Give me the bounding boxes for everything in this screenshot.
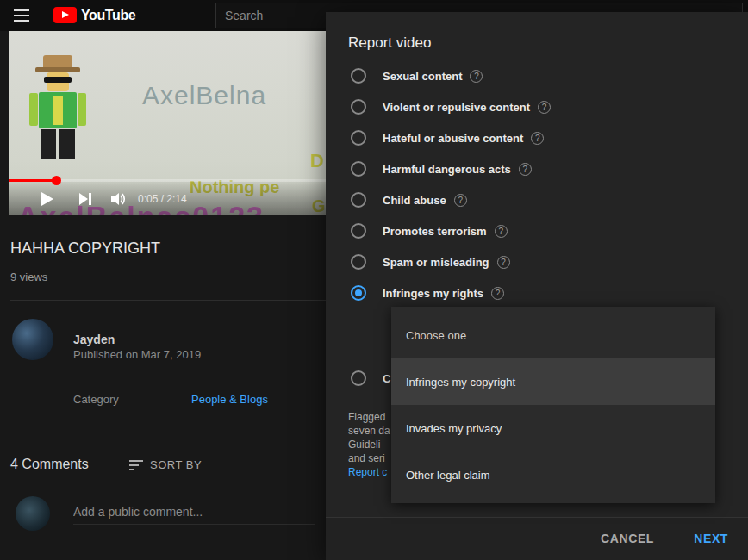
- report-option-harmful-acts[interactable]: Harmful dangerous acts: [326, 153, 748, 184]
- dropdown-item-choose-one[interactable]: Choose one: [391, 312, 715, 358]
- option-label: Hateful or abusive content: [383, 132, 523, 145]
- option-label: Promotes terrorism: [383, 225, 487, 238]
- video-overlay-text: AxelBelna: [142, 81, 266, 110]
- radio-icon[interactable]: [351, 223, 366, 239]
- option-label: Infringes my rights: [383, 287, 483, 300]
- dropdown-item-other-legal-claim[interactable]: Other legal claim: [391, 451, 715, 498]
- volume-icon[interactable]: [109, 190, 128, 208]
- youtube-play-icon: [53, 7, 77, 23]
- video-title: HAHHA COPYRIGHT: [10, 240, 160, 258]
- category-label: Category: [73, 393, 119, 406]
- radio-icon[interactable]: [351, 161, 366, 177]
- radio-icon[interactable]: [351, 130, 366, 146]
- report-option-spam[interactable]: Spam or misleading: [326, 246, 748, 277]
- report-option-child-abuse[interactable]: Child abuse: [326, 184, 748, 215]
- view-count: 9 views: [10, 271, 47, 283]
- report-option-hateful-content[interactable]: Hateful or abusive content: [326, 122, 748, 153]
- sort-icon: [129, 460, 143, 470]
- option-label: C: [383, 372, 390, 385]
- publish-date: Published on Mar 7, 2019: [73, 348, 201, 361]
- report-option-sexual-content[interactable]: Sexual content: [326, 60, 748, 91]
- radio-icon[interactable]: [351, 68, 366, 84]
- youtube-logo[interactable]: YouTube: [53, 7, 135, 23]
- report-option-infringes-rights[interactable]: Infringes my rights: [326, 277, 748, 308]
- help-icon[interactable]: [531, 132, 544, 145]
- menu-icon[interactable]: [14, 9, 29, 22]
- next-video-icon[interactable]: [76, 190, 95, 208]
- channel-avatar[interactable]: [12, 319, 53, 360]
- comments-count: 4 Comments: [10, 457, 89, 472]
- help-icon[interactable]: [470, 70, 483, 83]
- help-icon[interactable]: [454, 194, 467, 207]
- comment-input[interactable]: [73, 503, 315, 525]
- sort-by-button[interactable]: SORT BY: [129, 458, 202, 471]
- video-overlay-text: D: [310, 150, 324, 172]
- cancel-button[interactable]: CANCEL: [601, 532, 654, 545]
- report-option-promotes-terrorism[interactable]: Promotes terrorism: [326, 215, 748, 246]
- sort-by-label: SORT BY: [150, 458, 202, 471]
- radio-icon[interactable]: [351, 192, 366, 208]
- radio-icon-selected[interactable]: [351, 285, 366, 301]
- option-label: Harmful dangerous acts: [383, 163, 511, 176]
- time-display: 0:05 / 2:14: [138, 193, 187, 205]
- help-icon[interactable]: [519, 163, 532, 176]
- user-avatar: [16, 496, 50, 531]
- player-controls: 0:05 / 2:14: [9, 179, 326, 215]
- radio-icon[interactable]: [351, 370, 366, 386]
- option-label: Sexual content: [383, 70, 462, 83]
- divider: [10, 300, 326, 301]
- help-icon[interactable]: [497, 256, 510, 269]
- dialog-title: Report video: [348, 34, 431, 52]
- help-icon[interactable]: [538, 101, 551, 114]
- video-thumbnail-character: [28, 55, 93, 176]
- progress-bar[interactable]: [9, 179, 326, 182]
- progress-handle[interactable]: [52, 176, 61, 185]
- radio-icon[interactable]: [351, 99, 366, 115]
- option-label: Spam or misleading: [383, 256, 489, 269]
- help-icon[interactable]: [495, 225, 508, 238]
- dropdown-item-infringes-copyright[interactable]: Infringes my copyright: [391, 358, 715, 405]
- dropdown-item-invades-privacy[interactable]: Invades my privacy: [391, 405, 715, 451]
- youtube-logo-text: YouTube: [81, 8, 135, 23]
- dialog-footer: CANCEL NEXT: [326, 517, 748, 560]
- category-link[interactable]: People & Blogs: [191, 393, 268, 406]
- option-label: Violent or repulsive content: [383, 101, 530, 114]
- progress-fill: [9, 179, 56, 182]
- option-label: Child abuse: [383, 194, 446, 207]
- report-option-violent-content[interactable]: Violent or repulsive content: [326, 91, 748, 122]
- report-options-list: Sexual content Violent or repulsive cont…: [326, 60, 748, 308]
- next-button[interactable]: NEXT: [694, 532, 728, 545]
- channel-name[interactable]: Jayden: [73, 333, 115, 346]
- radio-icon[interactable]: [351, 254, 366, 270]
- help-icon[interactable]: [491, 287, 504, 300]
- rights-dropdown-menu: Choose one Infringes my copyright Invade…: [391, 307, 715, 503]
- video-player[interactable]: AxelBelna D Nothing pe G AxelBelnas0123 …: [9, 31, 326, 215]
- play-icon[interactable]: [37, 190, 56, 208]
